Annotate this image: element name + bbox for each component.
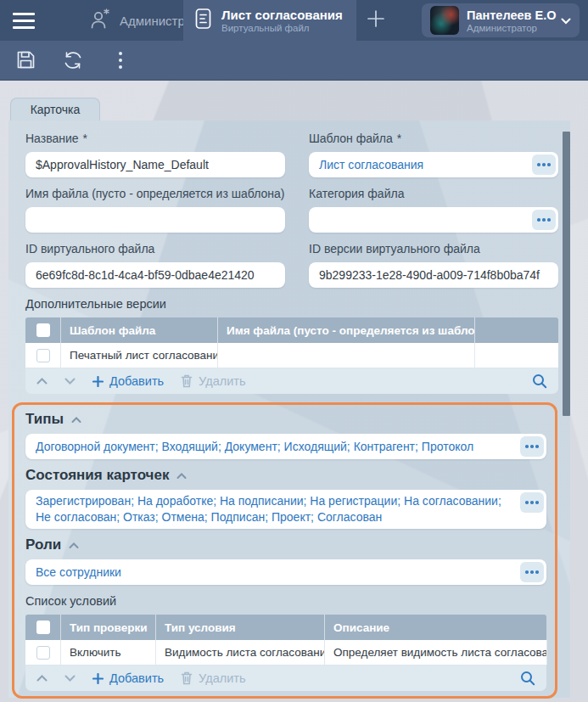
select-all-checkbox[interactable] <box>36 323 50 337</box>
plus-icon <box>92 376 104 387</box>
column-header[interactable]: Описание <box>325 615 546 640</box>
card-tab-label: Карточка <box>31 103 81 116</box>
card-form: Название* $ApprovalHistory_Name_Default … <box>8 121 570 698</box>
more-actions-button[interactable] <box>108 48 133 73</box>
required-mark: * <box>83 132 87 145</box>
filename-label: Имя файла (пусто - определяется из шабло… <box>25 186 285 201</box>
versions-table-label: Дополнительные версии <box>25 296 558 312</box>
tab-subtitle: Виртуальный файл <box>221 23 343 33</box>
ellipsis-picker-button[interactable] <box>520 492 544 513</box>
action-toolbar <box>0 41 588 81</box>
versions-table: Шаблон файла Имя файла (пусто - определя… <box>25 317 558 394</box>
delete-row-button[interactable]: Удалить <box>181 374 245 388</box>
chevron-down-icon <box>561 13 571 28</box>
states-title: Состояния карточек <box>25 467 169 484</box>
user-name: Пантелеев Е.О <box>467 8 553 22</box>
name-label: Название <box>25 132 79 145</box>
states-input[interactable]: Зарегистрирован; На доработке; На подпис… <box>25 490 546 529</box>
cell-description: Определяет видимость листа согласования <box>325 640 547 665</box>
version-id-input[interactable]: 9b299233-1e28-490d-a009-714f8b0ba74f <box>309 262 558 288</box>
top-bar: Администратор Лист согласования Виртуаль… <box>0 0 588 41</box>
name-input[interactable]: $ApprovalHistory_Name_Default <box>25 152 285 177</box>
column-header[interactable]: Тип условия <box>156 615 325 640</box>
trash-icon <box>181 671 193 685</box>
column-header[interactable]: Шаблон файла <box>61 317 218 343</box>
required-mark: * <box>397 132 401 145</box>
tab-card[interactable]: Карточка <box>10 98 100 121</box>
cell-check-type: Включить <box>61 640 156 665</box>
file-id-label: ID виртуального файла <box>25 241 285 256</box>
category-input[interactable] <box>309 207 558 233</box>
add-row-button[interactable]: Добавить <box>92 671 164 685</box>
row-checkbox[interactable] <box>36 349 50 362</box>
content-area: Карточка Название* $ApprovalHistory_Name… <box>0 81 588 702</box>
file-id-input[interactable]: 6e69fc8d-8c1d-4ca4-bf59-0dbae4e21420 <box>25 262 285 288</box>
kebab-icon <box>119 52 122 69</box>
column-header[interactable]: Имя файла (пусто - определяется из шабло… <box>218 317 475 343</box>
cell-filename <box>218 343 475 368</box>
move-down-button[interactable] <box>64 378 76 385</box>
roles-section-header[interactable]: Роли <box>25 536 546 553</box>
select-all-checkbox[interactable] <box>36 621 50 634</box>
table-row[interactable]: Включить Видимость листа согласования Оп… <box>25 640 546 665</box>
user-menu[interactable]: Пантелеев Е.О Администратор <box>422 3 580 37</box>
template-label: Шаблон файла <box>309 132 393 145</box>
vertical-scrollbar[interactable] <box>563 132 570 416</box>
workspace-switcher[interactable]: Администратор <box>48 0 183 41</box>
version-id-label: ID версии виртуального файла <box>309 241 558 256</box>
search-icon[interactable] <box>532 373 547 389</box>
refresh-button[interactable] <box>60 48 86 73</box>
template-input[interactable]: Лист согласования <box>309 152 558 177</box>
hamburger-menu-icon[interactable] <box>0 0 48 41</box>
ellipsis-picker-button[interactable] <box>520 562 544 582</box>
types-input[interactable]: Договорной документ; Входящий; Документ;… <box>25 434 546 459</box>
tab-title: Лист согласования <box>221 8 343 22</box>
save-button[interactable] <box>13 48 38 73</box>
trash-icon <box>181 374 193 388</box>
ellipsis-picker-button[interactable] <box>520 436 544 457</box>
move-up-button[interactable] <box>36 378 48 385</box>
roles-input[interactable]: Все сотрудники <box>25 559 546 585</box>
document-icon <box>194 8 212 34</box>
highlighted-settings-section: Типы Договорной документ; Входящий; Доку… <box>12 402 557 699</box>
app-window: Администратор Лист согласования Виртуаль… <box>0 0 588 702</box>
ellipsis-picker-button[interactable] <box>532 210 556 230</box>
conditions-table-label: Список условий <box>25 593 546 609</box>
chevron-up-icon <box>71 412 81 427</box>
move-down-button[interactable] <box>64 675 76 682</box>
plus-icon <box>92 673 104 684</box>
move-up-button[interactable] <box>36 675 48 682</box>
new-tab-button[interactable] <box>356 0 395 41</box>
category-label: Категория файла <box>309 186 558 201</box>
tab-approval-sheet[interactable]: Лист согласования Виртуальный файл <box>183 0 356 41</box>
user-star-icon <box>88 8 111 34</box>
avatar <box>430 6 459 35</box>
ellipsis-picker-button[interactable] <box>532 154 556 175</box>
filename-input[interactable] <box>25 207 285 233</box>
cell-template: Печатный лист согласования <box>61 343 218 368</box>
chevron-up-icon <box>69 537 79 553</box>
types-section-header[interactable]: Типы <box>25 411 546 428</box>
states-section-header[interactable]: Состояния карточек <box>25 467 546 484</box>
cell-condition-type: Видимость листа согласования <box>156 640 325 665</box>
table-row[interactable]: Печатный лист согласования <box>25 343 558 368</box>
row-checkbox[interactable] <box>36 646 50 660</box>
roles-title: Роли <box>25 536 61 553</box>
column-header[interactable]: Тип проверки <box>61 615 156 640</box>
search-icon[interactable] <box>520 671 535 686</box>
conditions-table: Тип проверки Тип условия Описание Включи… <box>25 615 546 691</box>
delete-row-button[interactable]: Удалить <box>181 671 245 685</box>
plus-icon <box>366 8 386 32</box>
add-row-button[interactable]: Добавить <box>92 374 164 388</box>
chevron-up-icon <box>176 468 187 483</box>
user-role: Администратор <box>467 23 553 33</box>
types-title: Типы <box>25 411 64 428</box>
